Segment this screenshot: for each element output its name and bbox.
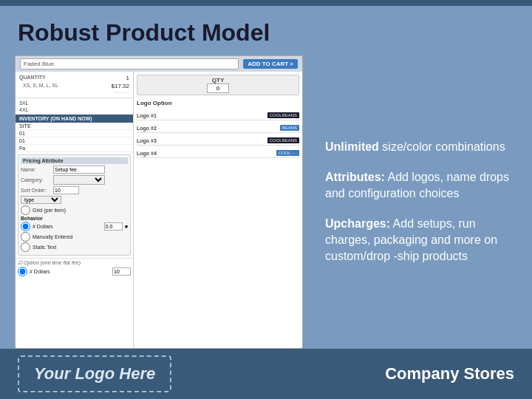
sc-pricing-header: Pricing Attribute <box>21 157 128 164</box>
sc-logo-row-4: Logo #4 COOL····· <box>137 149 299 158</box>
sc-pricing-name: Name: <box>21 166 128 174</box>
bullet-attributes: Attributes: Add logos, name drops and co… <box>325 169 510 202</box>
sc-option-radio[interactable] <box>18 267 27 276</box>
sc-add-to-cart-btn[interactable]: ADD TO CART > <box>243 59 298 69</box>
sc-r1-mark: ■ <box>125 224 128 229</box>
sc-logo-row-2: Logo #2 BEANS <box>137 123 299 133</box>
bottom-bar: Your Logo Here Company Stores <box>0 349 532 399</box>
sc-price-dots: · · · · · · <box>19 90 129 95</box>
sc-r1-input[interactable] <box>104 222 123 231</box>
sc-inv-fa: Fa <box>19 146 25 151</box>
sc-size-3xl: 3XL <box>19 100 129 106</box>
sc-qty-panel: QTY <box>137 75 299 95</box>
sc-r1-label: # Dollars <box>33 224 53 229</box>
sc-inv-row-01b: 01 <box>16 137 133 145</box>
sc-inv-row-01a: 01 <box>16 130 133 137</box>
sc-logo-4-badge: COOL····· <box>276 150 299 156</box>
sc-behavior-label: Behavior <box>21 216 128 221</box>
bullet-unlimited-strong: Unlimited <box>325 140 379 153</box>
sc-inv-01b: 01 <box>19 138 25 143</box>
sc-r1-row: # Dollars ■ <box>21 222 128 231</box>
sc-inv-01a: 01 <box>19 131 25 136</box>
sc-r1-radio[interactable] <box>21 222 30 231</box>
sc-pricing-name-label: Name: <box>21 167 50 172</box>
bullet-unlimited-text: size/color combinations <box>382 140 505 153</box>
logo-placeholder: Your Logo Here <box>18 355 171 392</box>
sc-option-value-input[interactable] <box>112 267 131 276</box>
sc-logo-row-3: Logo #3 COOLBEANS <box>137 136 299 146</box>
sc-qty-label: QUANTITY <box>19 75 46 81</box>
sc-inventory-header: INVENTORY (ON HAND NOW) <box>16 115 133 123</box>
sc-inv-site-header: SITE <box>16 123 133 130</box>
sc-r3-row: Static Text <box>21 242 128 252</box>
sc-inv-row-fa: Fa <box>16 145 133 152</box>
sc-grid-radio[interactable] <box>21 205 30 215</box>
sc-sizes-price-row: XS, S, M, L, XL $17.32 <box>19 82 129 90</box>
sc-pricing-cat-label: Category: <box>21 177 50 183</box>
sc-qty-panel-title: QTY <box>212 77 224 83</box>
sc-logo-option-label: Logo Option <box>137 100 299 106</box>
slide: Robust Product Model Faded Blue ADD TO C… <box>0 0 532 399</box>
sc-r2-label: Manually Entered <box>33 234 72 239</box>
sc-pricing-cat-select[interactable] <box>53 175 105 185</box>
sc-qty-section: QUANTITY 1 XS, S, M, L, XL $17.32 · · · … <box>16 72 133 98</box>
sc-sizes: XS, S, M, L, XL <box>19 83 62 89</box>
bullet-upcharges: Upcharges: Add setups, run charges, pack… <box>325 216 510 265</box>
sc-type-row: type <box>21 196 128 204</box>
main-content: Faded Blue ADD TO CART > QUANTITY 1 XS, … <box>0 55 532 349</box>
bullets-panel: Unlimited size/color combinations Attrib… <box>318 55 517 349</box>
slide-title: Robust Product Model <box>18 19 514 47</box>
sc-logo-2-label: Logo #2 <box>137 126 157 131</box>
bullet-attributes-strong: Attributes: <box>325 171 385 183</box>
sc-pricing-category: Category: <box>21 175 128 185</box>
title-area: Robust Product Model <box>0 6 532 55</box>
sc-pricing-sort: Sort Order: <box>21 186 128 194</box>
sc-price: $17.32 <box>112 83 129 89</box>
sc-logo-1-badge: COOLBEANS <box>267 112 299 118</box>
sc-pricing-name-input[interactable] <box>53 166 105 174</box>
sc-option-header: ☑ Option (one time flat fee) <box>18 260 131 266</box>
sc-logo-row-1: Logo #1 COOLBEANS <box>137 111 299 120</box>
sc-logo-1-label: Logo #1 <box>137 113 157 118</box>
sc-product-input[interactable]: Faded Blue <box>20 58 239 69</box>
bullet-upcharges-strong: Upcharges: <box>325 217 390 230</box>
bullet-unlimited: Unlimited size/color combinations <box>325 139 510 155</box>
sc-body: QUANTITY 1 XS, S, M, L, XL $17.32 · · · … <box>16 72 302 348</box>
screenshot-panel: Faded Blue ADD TO CART > QUANTITY 1 XS, … <box>15 55 303 349</box>
sc-grid-label: Grid (per item) <box>33 208 66 213</box>
sc-logo-4-label: Logo #4 <box>137 151 157 156</box>
sc-left: QUANTITY 1 XS, S, M, L, XL $17.32 · · · … <box>16 72 134 348</box>
company-name: Company Stores <box>385 364 514 383</box>
sc-option-dollars-label: # Dollars <box>30 269 50 274</box>
sc-type-select[interactable]: type <box>21 196 61 204</box>
sc-4xl-label: 4XL <box>19 107 28 112</box>
sc-size-rows: 3XL 4XL <box>16 98 133 115</box>
sc-qty-panel-input[interactable] <box>207 83 229 93</box>
sc-pricing-sort-input[interactable] <box>53 186 79 194</box>
sc-r3-label: Static Text <box>33 245 56 250</box>
sc-grid-row: Grid (per item) <box>21 205 128 215</box>
sc-qty-value: 1 <box>126 75 129 81</box>
sc-logo-3-label: Logo #3 <box>137 138 157 143</box>
sc-logo-2-badge: BEANS <box>280 125 299 131</box>
sc-pricing-sort-label: Sort Order: <box>21 188 50 193</box>
sc-size-4xl: 4XL <box>19 106 129 113</box>
sc-3xl-label: 3XL <box>19 100 28 106</box>
sc-logo-3-badge: COOLBEANS <box>267 137 299 143</box>
sc-right: QTY Logo Option Logo #1 COOLBEANS Logo #… <box>134 72 302 348</box>
sc-top-bar: Faded Blue ADD TO CART > <box>16 56 302 72</box>
top-bar <box>0 0 532 6</box>
sc-r2-row: Manually Entered <box>21 232 128 242</box>
sc-option-section: ☑ Option (one time flat fee) # Dollars <box>16 258 133 279</box>
sc-r2-radio[interactable] <box>21 232 30 242</box>
sc-pricing-panel: Pricing Attribute Name: Category: Sort O… <box>18 154 131 256</box>
sc-r3-radio[interactable] <box>21 242 30 252</box>
sc-site-label: SITE <box>19 123 31 129</box>
sc-qty-row: QUANTITY 1 <box>19 74 129 82</box>
sc-option-radio-row: # Dollars <box>18 267 131 276</box>
